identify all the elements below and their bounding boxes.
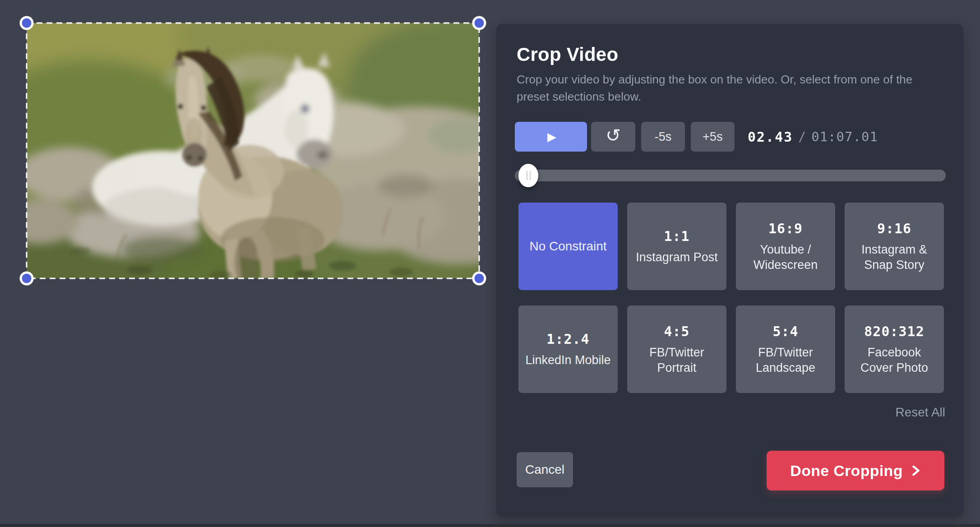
restart-icon: ↺ (606, 125, 621, 146)
crop-handle-bottom-left[interactable] (20, 272, 34, 286)
preset-16-9[interactable]: 16:9 Youtube / Widescreen (736, 203, 835, 290)
preset-820-312[interactable]: 820:312 Facebook Cover Photo (845, 305, 944, 393)
preset-no-constraint[interactable]: No Constraint (518, 203, 618, 290)
preset-5-4[interactable]: 5:4 FB/Twitter Landscape (736, 305, 835, 393)
chevron-right-icon (911, 465, 921, 476)
time-display: 02.43 / 01:07.01 (748, 122, 878, 152)
preset-1-2-4[interactable]: 1:2.4 LinkedIn Mobile (518, 305, 618, 393)
seek-slider-handle[interactable] (518, 164, 538, 187)
forward-5s-button[interactable]: +5s (691, 122, 735, 152)
preset-9-16[interactable]: 9:16 Instagram & Snap Story (845, 203, 944, 290)
crop-handle-bottom-right[interactable] (472, 272, 486, 286)
done-cropping-button[interactable]: Done Cropping (767, 451, 944, 490)
bottom-bar (0, 524, 980, 527)
video-frame-horses[interactable] (17, 14, 489, 288)
play-button[interactable]: ▶ (515, 122, 587, 152)
cancel-button[interactable]: Cancel (517, 452, 573, 487)
preset-1-1[interactable]: 1:1 Instagram Post (627, 203, 726, 290)
crop-handle-top-left[interactable] (20, 16, 34, 30)
rewind-5s-button[interactable]: -5s (641, 122, 685, 152)
crop-handle-top-right[interactable] (472, 16, 486, 30)
preset-4-5[interactable]: 4:5 FB/Twitter Portrait (627, 305, 726, 393)
play-icon: ▶ (547, 130, 556, 144)
page-subtitle: Crop your video by adjusting the box on … (517, 71, 917, 105)
reset-all-link[interactable]: Reset All (896, 405, 946, 420)
page-title: Crop Video (517, 44, 618, 65)
seek-slider[interactable] (515, 170, 946, 181)
current-time: 02.43 (748, 129, 793, 145)
time-separator: / (798, 129, 806, 144)
crop-panel: Crop Video Crop your video by adjusting … (496, 24, 963, 517)
restart-button[interactable]: ↺ (591, 122, 635, 152)
total-time: 01:07.01 (811, 129, 878, 144)
done-cropping-label: Done Cropping (790, 462, 902, 480)
video-preview (17, 14, 489, 288)
